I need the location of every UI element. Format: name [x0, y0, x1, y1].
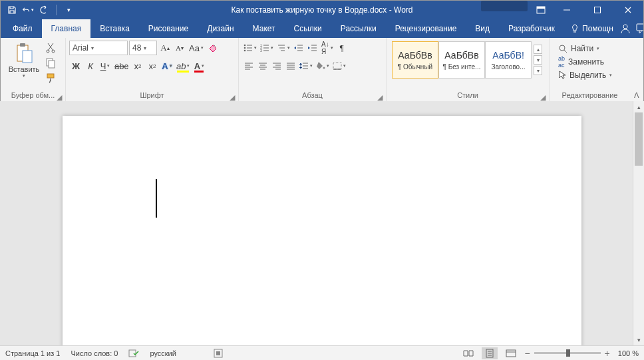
- paste-button[interactable]: Вставить ▾: [4, 40, 44, 79]
- zoom-slider-knob[interactable]: [566, 349, 570, 357]
- zoom-level[interactable]: 100 %: [618, 349, 639, 357]
- justify-icon[interactable]: [284, 59, 297, 73]
- subscript-icon[interactable]: x2: [131, 59, 144, 73]
- ribbon-display-options-icon[interactable]: [530, 1, 552, 19]
- close-button[interactable]: [613, 1, 643, 19]
- style-heading1[interactable]: АаБбВ! Заголово...: [485, 41, 532, 79]
- zoom-in-button[interactable]: +: [605, 348, 610, 359]
- text-effects-icon[interactable]: A: [160, 59, 174, 73]
- tab-review[interactable]: Рецензирование: [386, 19, 466, 38]
- svg-rect-6: [20, 43, 25, 47]
- tab-developer[interactable]: Разработчик: [499, 19, 564, 38]
- shading-icon[interactable]: [315, 59, 331, 73]
- scroll-track[interactable]: [633, 112, 644, 334]
- multilevel-list-icon[interactable]: [275, 41, 291, 55]
- style-no-spacing[interactable]: АаБбВв ¶ Без инте...: [438, 41, 485, 79]
- word-count[interactable]: Число слов: 0: [71, 349, 118, 357]
- quick-access-toolbar: ▾ ▾: [1, 4, 75, 16]
- font-name-value: Arial: [73, 43, 88, 53]
- styles-scroll-down[interactable]: ▾: [534, 55, 542, 65]
- scroll-up-button[interactable]: ▴: [633, 101, 644, 112]
- spellcheck-icon[interactable]: [128, 349, 139, 358]
- document-page[interactable]: [63, 116, 581, 345]
- style-normal[interactable]: АаБбВв ¶ Обычный: [392, 41, 438, 79]
- save-icon[interactable]: [6, 4, 18, 16]
- read-mode-icon[interactable]: [460, 347, 476, 359]
- tab-file[interactable]: Файл: [3, 19, 42, 38]
- format-painter-icon[interactable]: [44, 72, 57, 85]
- account-area[interactable]: [481, 1, 528, 11]
- italic-icon[interactable]: К: [84, 59, 97, 73]
- tell-me-search[interactable]: Помощн: [564, 19, 620, 38]
- numbering-icon[interactable]: 123: [259, 41, 275, 55]
- shrink-font-icon[interactable]: A▾: [173, 41, 186, 55]
- macro-record-icon[interactable]: [214, 349, 223, 358]
- tab-design[interactable]: Дизайн: [198, 19, 243, 38]
- web-layout-icon[interactable]: [503, 347, 519, 359]
- replace-button[interactable]: abacЗаменить: [558, 55, 604, 69]
- maximize-button[interactable]: [582, 1, 613, 19]
- align-left-icon[interactable]: [242, 59, 255, 73]
- font-group-label: Шрифт: [140, 91, 164, 99]
- decrease-indent-icon[interactable]: [292, 41, 305, 55]
- svg-rect-22: [129, 350, 136, 357]
- font-size-value: 48: [132, 43, 141, 53]
- clipboard-group-label: Буфер обм...: [11, 91, 55, 99]
- undo-icon[interactable]: ▾: [22, 4, 34, 16]
- collapse-ribbon-icon[interactable]: ᐱ: [630, 38, 643, 101]
- print-layout-icon[interactable]: [482, 347, 498, 359]
- style-preview: АаБбВв: [444, 50, 478, 61]
- scroll-down-button[interactable]: ▾: [633, 334, 644, 345]
- cut-icon[interactable]: [44, 41, 57, 55]
- borders-icon[interactable]: [331, 59, 347, 73]
- align-center-icon[interactable]: [256, 59, 269, 73]
- style-name: ¶ Без инте...: [443, 63, 481, 71]
- clipboard-dialog-launcher[interactable]: ◢: [55, 92, 63, 100]
- grow-font-icon[interactable]: A▴: [158, 41, 172, 55]
- font-size-combo[interactable]: 48▾: [129, 41, 157, 55]
- align-right-icon[interactable]: [270, 59, 283, 73]
- tab-layout[interactable]: Макет: [243, 19, 285, 38]
- minimize-button[interactable]: [552, 1, 582, 19]
- redo-icon[interactable]: [38, 4, 50, 16]
- change-case-icon[interactable]: Aa: [188, 41, 205, 55]
- increase-indent-icon[interactable]: [306, 41, 319, 55]
- sort-icon[interactable]: А↓Я: [320, 41, 335, 55]
- paragraph-dialog-launcher[interactable]: ◢: [376, 92, 384, 100]
- zoom-slider[interactable]: [534, 352, 601, 354]
- select-button[interactable]: Выделить▾: [558, 69, 612, 82]
- document-area: ▴ ▾: [0, 101, 644, 345]
- comments-icon[interactable]: [636, 23, 644, 34]
- superscript-icon[interactable]: x2: [146, 59, 159, 73]
- tab-home[interactable]: Главная: [42, 19, 91, 38]
- show-paragraph-marks-icon[interactable]: ¶: [335, 41, 349, 55]
- styles-scroll-up[interactable]: ▴: [534, 45, 542, 54]
- svg-rect-12: [47, 74, 54, 78]
- svg-rect-1: [537, 7, 545, 9]
- copy-icon[interactable]: [44, 57, 57, 70]
- tab-insert[interactable]: Вставка: [90, 19, 139, 38]
- tab-draw[interactable]: Рисование: [139, 19, 198, 38]
- font-dialog-launcher[interactable]: ◢: [228, 92, 236, 100]
- page-indicator[interactable]: Страница 1 из 1: [5, 349, 60, 357]
- strikethrough-icon[interactable]: abc: [113, 59, 130, 73]
- zoom-out-button[interactable]: −: [524, 348, 530, 359]
- line-spacing-icon[interactable]: [298, 59, 314, 73]
- underline-icon[interactable]: Ч: [98, 59, 112, 73]
- tab-view[interactable]: Вид: [466, 19, 499, 38]
- font-color-icon[interactable]: A: [192, 59, 206, 73]
- bold-icon[interactable]: Ж: [69, 59, 82, 73]
- sign-in-icon[interactable]: [620, 23, 631, 34]
- styles-dialog-launcher[interactable]: ◢: [539, 92, 547, 100]
- tab-references[interactable]: Ссылки: [285, 19, 331, 38]
- font-name-combo[interactable]: Arial▾: [69, 41, 128, 55]
- qat-customize-icon[interactable]: ▾: [63, 4, 75, 16]
- language-indicator[interactable]: русский: [150, 349, 176, 357]
- styles-expand[interactable]: ▾: [534, 66, 542, 75]
- highlight-icon[interactable]: ab: [175, 59, 191, 73]
- find-button[interactable]: Найти▾: [558, 42, 599, 55]
- clear-formatting-icon[interactable]: [206, 41, 220, 55]
- tab-mailings[interactable]: Рассылки: [331, 19, 386, 38]
- bullets-icon[interactable]: [242, 41, 258, 55]
- scroll-thumb[interactable]: [635, 112, 643, 166]
